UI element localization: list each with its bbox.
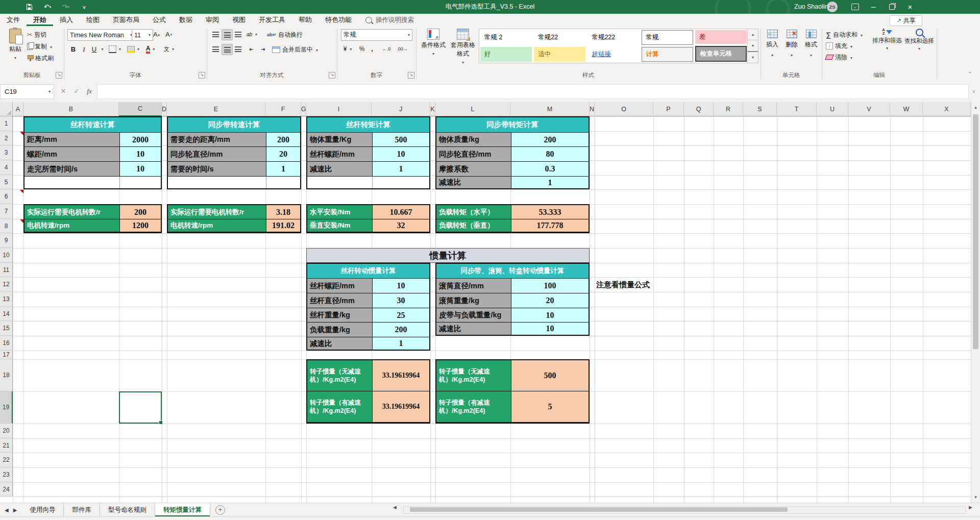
- row-header-12[interactable]: 12: [0, 277, 13, 292]
- value-cell[interactable]: 500: [373, 133, 429, 147]
- value-cell[interactable]: 200: [373, 323, 429, 337]
- label-cell[interactable]: 减速比: [307, 162, 373, 177]
- empty-cell[interactable]: [120, 177, 161, 188]
- row-header-6[interactable]: 6: [0, 189, 13, 204]
- result-label-cell[interactable]: 电机转速/rpm: [168, 219, 266, 232]
- row-header-17[interactable]: 17: [0, 351, 13, 359]
- value-cell[interactable]: 2000: [120, 133, 161, 147]
- result-value-cell[interactable]: 5: [511, 391, 589, 423]
- table-title-cell[interactable]: 同步带转速计算: [168, 117, 300, 133]
- value-cell[interactable]: 0.3: [511, 162, 589, 177]
- value-cell[interactable]: 10: [511, 323, 589, 335]
- value-cell[interactable]: 80: [511, 147, 589, 162]
- result-label-cell[interactable]: 负载转矩（水平）: [436, 205, 511, 219]
- table-title-cell[interactable]: 丝杆转速计算: [24, 117, 161, 133]
- value-cell[interactable]: 10: [120, 147, 161, 162]
- result-value-cell[interactable]: 177.778: [511, 219, 589, 232]
- row-header-10[interactable]: 10: [0, 248, 13, 263]
- row-header-18[interactable]: 18: [0, 359, 13, 391]
- value-cell[interactable]: 200: [511, 133, 589, 147]
- hscroll-right-icon[interactable]: ▶: [969, 505, 972, 510]
- label-cell[interactable]: 物体质量/kg: [436, 133, 511, 147]
- value-cell[interactable]: 1: [266, 162, 300, 177]
- label-cell[interactable]: 减速比: [436, 177, 511, 188]
- column-header-N[interactable]: N: [590, 102, 595, 116]
- column-header-V[interactable]: V: [848, 102, 890, 116]
- label-cell[interactable]: 减速比: [307, 337, 373, 350]
- column-header-R[interactable]: R: [714, 102, 743, 116]
- column-header-P[interactable]: P: [653, 102, 684, 116]
- sheet-tab-torque-inertia[interactable]: 转矩惯量计算: [155, 503, 210, 516]
- label-cell[interactable]: 丝杆螺距/mm: [307, 279, 373, 293]
- column-header-J[interactable]: J: [372, 102, 430, 116]
- column-header-M[interactable]: M: [510, 102, 590, 116]
- table-title-cell[interactable]: 同步带、滚筒、转盘转动惯量计算: [436, 264, 589, 279]
- row-header-1[interactable]: 1: [0, 116, 13, 131]
- row-header-23[interactable]: 23: [0, 467, 13, 482]
- column-header-E[interactable]: E: [167, 102, 265, 116]
- result-value-cell[interactable]: 53.333: [511, 205, 589, 219]
- label-cell[interactable]: 丝杆重量/kg: [307, 308, 373, 323]
- result-value-cell[interactable]: 33.19619964: [373, 360, 429, 391]
- result-value-cell[interactable]: 191.02: [266, 219, 300, 232]
- value-cell[interactable]: 10: [120, 162, 161, 177]
- table-title-cell[interactable]: 丝杆转动惯量计算: [307, 264, 429, 279]
- column-header-C[interactable]: C: [119, 102, 162, 116]
- value-cell[interactable]: 30: [373, 293, 429, 308]
- label-cell[interactable]: 丝杆螺距/mm: [307, 147, 373, 162]
- sheet-tab-naming[interactable]: 型号命名规则: [100, 503, 155, 516]
- vertical-scroll-thumb[interactable]: [973, 114, 978, 349]
- table-title-cell[interactable]: 丝杆转矩计算: [307, 117, 429, 133]
- value-cell[interactable]: 10: [373, 147, 429, 162]
- sheet-tab-guide[interactable]: 使用向导: [21, 503, 64, 516]
- value-cell[interactable]: 10: [373, 279, 429, 293]
- value-cell[interactable]: 20: [266, 147, 300, 162]
- result-label-cell[interactable]: 电机转速/rpm: [24, 219, 120, 232]
- result-label-cell[interactable]: 转子惯量（无减速机）/Kg.m2(E4): [307, 360, 373, 391]
- result-label-cell[interactable]: 水平安装/Nm: [307, 205, 373, 219]
- result-label-cell[interactable]: 转子惯量（有减速机）/Kg.m2(E4): [436, 391, 511, 423]
- column-header-A[interactable]: A: [13, 102, 23, 116]
- label-cell[interactable]: 滚筒重量/kg: [436, 293, 511, 308]
- column-header-I[interactable]: I: [306, 102, 372, 116]
- label-cell[interactable]: 螺距/mm: [24, 147, 120, 162]
- empty-cell[interactable]: [24, 177, 120, 188]
- row-header-22[interactable]: 22: [0, 453, 13, 467]
- inertia-section-title[interactable]: 惯量计算: [306, 248, 590, 263]
- select-all-button[interactable]: [0, 102, 13, 116]
- row-header-3[interactable]: 3: [0, 145, 13, 160]
- label-cell[interactable]: 需要的时间/s: [168, 162, 266, 177]
- result-label-cell[interactable]: 转子惯量（无减速机）/Kg.m2(E4): [436, 360, 511, 391]
- sheet-tab-parts[interactable]: 部件库: [64, 503, 100, 516]
- label-cell[interactable]: 走完所需时间/s: [24, 162, 120, 177]
- label-cell[interactable]: 距离/mm: [24, 133, 120, 147]
- vertical-scrollbar[interactable]: ▲ ▼: [971, 102, 980, 503]
- row-header-9[interactable]: 9: [0, 233, 13, 248]
- label-cell[interactable]: 负载重量/kg: [307, 323, 373, 337]
- value-cell[interactable]: 20: [511, 293, 589, 308]
- column-header-W[interactable]: W: [890, 102, 923, 116]
- column-header-K[interactable]: K: [430, 102, 435, 116]
- label-cell[interactable]: 减速比: [436, 323, 511, 335]
- column-header-F[interactable]: F: [265, 102, 301, 116]
- column-header-G[interactable]: G: [301, 102, 306, 116]
- result-value-cell[interactable]: 500: [511, 360, 589, 391]
- row-header-21[interactable]: 21: [0, 438, 13, 453]
- label-cell[interactable]: 物体重量/Kg: [307, 133, 373, 147]
- result-value-cell[interactable]: 33.19619964: [373, 391, 429, 423]
- row-header-19[interactable]: 19: [0, 391, 13, 424]
- column-header-B[interactable]: B: [23, 102, 119, 116]
- row-header-15[interactable]: 15: [0, 321, 13, 336]
- result-label-cell[interactable]: 负载转矩（垂直）: [436, 219, 511, 232]
- new-sheet-button[interactable]: +: [215, 505, 225, 515]
- row-header-20[interactable]: 20: [0, 424, 13, 438]
- column-header-D[interactable]: D: [162, 102, 167, 116]
- worksheet[interactable]: ABCDEFGIJKLMNOPQRSTUVWX12345678910111213…: [0, 0, 980, 520]
- row-header-13[interactable]: 13: [0, 292, 13, 307]
- row-header-5[interactable]: 5: [0, 175, 13, 189]
- horizontal-scroll-thumb[interactable]: [410, 507, 788, 512]
- label-cell[interactable]: 需要走的距离/mm: [168, 133, 266, 147]
- empty-cell[interactable]: [266, 177, 300, 188]
- sheet-nav-left[interactable]: ◀: [0, 503, 13, 516]
- value-cell[interactable]: 25: [373, 308, 429, 323]
